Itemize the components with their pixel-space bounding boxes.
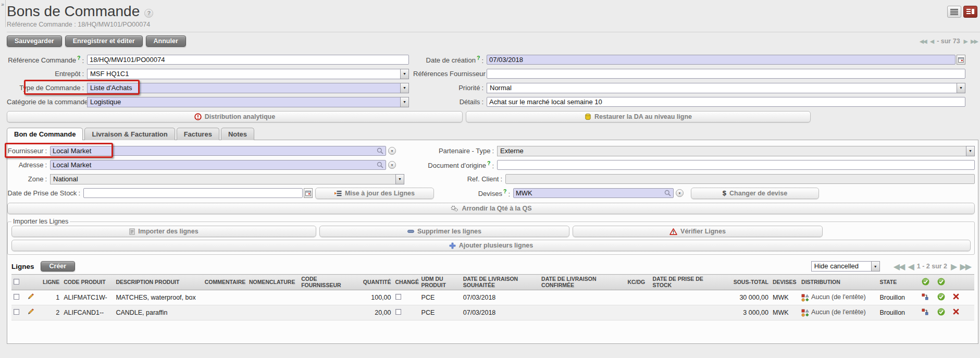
check-lines-button[interactable]: Vérifier Lignes: [573, 226, 823, 237]
import-lines-button[interactable]: Importer des lignes: [11, 226, 316, 237]
stock-date-input[interactable]: [83, 188, 303, 198]
cell-quantite: 20,00: [349, 305, 393, 320]
lines-header-row: LIGNE CODE PRODUIT DESCRIPTION PRODUIT C…: [11, 275, 974, 290]
line-row[interactable]: 1 ALIFMATC1W- MATCHES, waterproof, box 1…: [11, 290, 974, 305]
warehouse-select[interactable]: MSF HQ1C1▼: [87, 69, 409, 79]
next-page-icon[interactable]: ▶: [951, 262, 956, 271]
distribution-icon[interactable]: [801, 309, 809, 317]
col-distribution[interactable]: DISTRIBUTION: [799, 275, 877, 290]
col-kcdg[interactable]: KC/DG: [625, 275, 650, 290]
address-input[interactable]: [50, 160, 386, 170]
order-type-select[interactable]: Liste d'Achats▼: [87, 83, 409, 93]
toolbar: Sauvegarder Enregistrer et éditer Annule…: [7, 35, 977, 47]
currency-dropdown-icon[interactable]: ▼: [676, 189, 684, 197]
delete-line-icon[interactable]: [953, 308, 959, 315]
cell-sous-total: 30 000,00: [711, 290, 771, 305]
next-record-icon[interactable]: ▶: [964, 38, 967, 45]
col-code-produit[interactable]: CODE PRODUIT: [61, 275, 114, 290]
first-page-icon[interactable]: ◀◀: [894, 262, 904, 271]
sidebar-expand-icon[interactable]: »: [1, 2, 4, 7]
row-checkbox[interactable]: [14, 309, 19, 315]
edit-pencil-icon[interactable]: [27, 308, 34, 315]
calendar-icon[interactable]: [957, 55, 965, 65]
delete-line-icon[interactable]: [953, 293, 959, 300]
chevron-down-icon[interactable]: ▼: [400, 97, 409, 107]
col-date-prise-stock[interactable]: DATE DE PRISE DE STOCK: [651, 275, 711, 290]
row-checkbox[interactable]: [14, 294, 19, 300]
reference-label: Référence Commande?:: [7, 55, 84, 64]
convert-state-icon[interactable]: [922, 308, 928, 315]
priority-select[interactable]: Normal▼: [487, 83, 965, 93]
update-lines-button[interactable]: Mise à jour des Lignes: [315, 188, 434, 199]
tab-bon-de-commande[interactable]: Bon de Commande: [7, 128, 83, 140]
analytic-distribution-button[interactable]: Distribution analytique: [7, 111, 463, 122]
help-icon: ?: [487, 160, 490, 166]
category-select[interactable]: Logistique▼: [87, 97, 409, 107]
convert-state-icon[interactable]: [922, 293, 928, 300]
save-button[interactable]: Sauvegarder: [7, 35, 62, 47]
currency-input[interactable]: [513, 188, 674, 198]
creation-date-input[interactable]: [487, 55, 956, 65]
cancelled-filter-select[interactable]: Hide cancelled▼: [811, 261, 880, 271]
confirm-line-icon[interactable]: [937, 293, 945, 301]
warehouse-label: Entrepôt:: [7, 70, 84, 78]
select-all-checkbox[interactable]: [14, 279, 19, 285]
search-icon[interactable]: [664, 190, 671, 196]
line-row[interactable]: 2 ALIFCAND1-- CANDLE, paraffin 20,00 PCE…: [11, 305, 974, 320]
tab-factures[interactable]: Factures: [177, 128, 219, 140]
cell-date-souhaitee: 07/03/2018: [461, 290, 539, 305]
cancel-button[interactable]: Annuler: [146, 35, 186, 47]
distribution-icon[interactable]: [801, 294, 809, 302]
origin-input[interactable]: [497, 160, 975, 170]
chevron-down-icon[interactable]: ▼: [400, 83, 409, 93]
confirm-line-icon[interactable]: [937, 308, 945, 316]
import-lines-legend: Importer les Lignes: [11, 218, 70, 225]
last-page-icon[interactable]: ▶▶: [960, 262, 971, 271]
col-sous-total[interactable]: SOUS-TOTAL: [711, 275, 771, 290]
chevron-down-icon[interactable]: ▼: [871, 261, 880, 271]
edit-pencil-icon[interactable]: [27, 293, 34, 300]
col-description[interactable]: DESCRIPTION PRODUIT: [114, 275, 202, 290]
supplier-ref-input[interactable]: [487, 69, 965, 79]
list-view-button[interactable]: [947, 6, 961, 18]
prev-record-icon[interactable]: ◀: [930, 38, 933, 45]
tab-livraison-facturation[interactable]: Livraison & Facturation: [84, 128, 175, 140]
last-record-icon[interactable]: ▶▶: [971, 38, 977, 45]
prev-page-icon[interactable]: ◀: [908, 262, 913, 271]
col-state[interactable]: STATE: [877, 275, 919, 290]
search-icon[interactable]: [377, 162, 383, 168]
supplier-dropdown-icon[interactable]: ▼: [388, 147, 396, 155]
create-line-button[interactable]: Créer: [41, 261, 76, 271]
chevron-down-icon[interactable]: ▼: [400, 69, 409, 79]
search-icon[interactable]: [377, 147, 383, 154]
col-date-livraison-souhaitee[interactable]: DATE DE LIVRAISON SOUHAITÉE: [461, 275, 539, 290]
change-currency-button[interactable]: $ Changer de devise: [691, 188, 819, 199]
round-qty-button[interactable]: Arrondir la Qté à la QS: [7, 203, 975, 214]
zone-select: National▼: [50, 174, 404, 184]
col-change[interactable]: CHANGÉ: [393, 275, 419, 290]
col-date-livraison-confirmee[interactable]: DATE DE LIVRAISON CONFIRMÉE: [539, 275, 625, 290]
col-ligne[interactable]: LIGNE: [41, 275, 61, 290]
first-record-icon[interactable]: ◀◀: [920, 38, 926, 45]
address-dropdown-icon[interactable]: ▼: [388, 161, 396, 169]
plus-icon: [449, 242, 456, 249]
col-commentaire[interactable]: COMMENTAIRE: [203, 275, 247, 290]
details-input[interactable]: [487, 97, 965, 107]
supplier-input[interactable]: [50, 146, 386, 156]
reference-input[interactable]: [87, 55, 409, 65]
delete-lines-button[interactable]: Supprimer les lignes: [319, 226, 569, 237]
add-multiple-lines-button[interactable]: Ajouter plusieurs lignes: [11, 240, 971, 251]
col-code-fournisseur[interactable]: CODE FOURNISSEUR: [299, 275, 349, 290]
restore-da-button[interactable]: Restaurer la DA au niveau ligne: [466, 111, 811, 122]
tab-notes[interactable]: Notes: [221, 128, 254, 140]
calendar-icon[interactable]: [304, 188, 313, 198]
form-view-button[interactable]: [963, 6, 977, 18]
col-quantite[interactable]: QUANTITÉ: [349, 275, 393, 290]
sidebar-collapse-strip[interactable]: »: [0, 0, 6, 27]
title-help-icon[interactable]: ?: [144, 9, 153, 18]
col-devises[interactable]: DEVISES: [771, 275, 799, 290]
save-edit-button[interactable]: Enregistrer et éditer: [65, 35, 143, 47]
col-nomenclature[interactable]: NOMENCLATURE: [247, 275, 299, 290]
chevron-down-icon[interactable]: ▼: [957, 83, 965, 93]
col-udm[interactable]: UDM DU PRODUIT: [419, 275, 461, 290]
